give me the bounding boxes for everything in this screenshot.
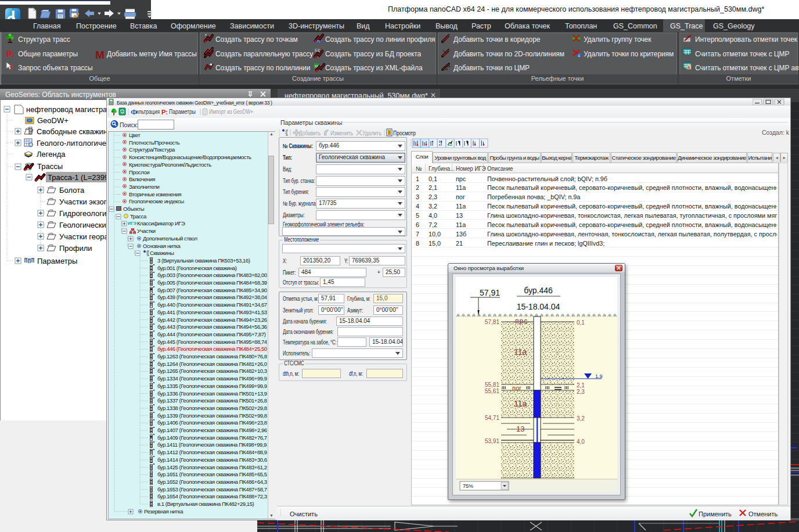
svg-text:55,81: 55,81 — [485, 382, 499, 388]
svg-text:пог: пог — [512, 384, 521, 391]
svg-text:c: c — [578, 53, 581, 57]
svg-text:4,0: 4,0 — [577, 438, 585, 445]
svg-text:бур.446: бур.446 — [524, 286, 553, 295]
svg-text:15-18.04.04: 15-18.04.04 — [517, 302, 560, 311]
svg-text:2,3: 2,3 — [577, 389, 585, 395]
svg-text:11а: 11а — [514, 347, 527, 357]
svg-text:0,1: 0,1 — [577, 319, 585, 326]
svg-text:2,1: 2,1 — [577, 382, 585, 389]
svg-text:57,91: 57,91 — [480, 288, 500, 297]
svg-text:55,61: 55,61 — [485, 388, 499, 394]
svg-text:54,71: 54,71 — [485, 415, 499, 421]
svg-text:1,9: 1,9 — [595, 373, 603, 379]
svg-text:Просмотр: Просмотр — [393, 130, 416, 136]
svg-text:a: a — [688, 65, 690, 69]
svg-text:75%: 75% — [463, 483, 473, 489]
svg-text:57,81: 57,81 — [485, 319, 499, 325]
svg-text:13: 13 — [516, 425, 524, 433]
svg-text:Изменить: Изменить — [330, 130, 353, 136]
svg-text:Удалить: Удалить — [362, 130, 381, 136]
svg-text:Добавить: Добавить — [299, 130, 321, 136]
svg-text:3,2: 3,2 — [577, 415, 585, 422]
svg-text:11а: 11а — [514, 399, 527, 408]
svg-text:п: п — [556, 401, 559, 408]
svg-text:п: п — [556, 349, 559, 356]
svg-text:53,91: 53,91 — [485, 438, 499, 444]
svg-text:прс: прс — [515, 317, 528, 325]
